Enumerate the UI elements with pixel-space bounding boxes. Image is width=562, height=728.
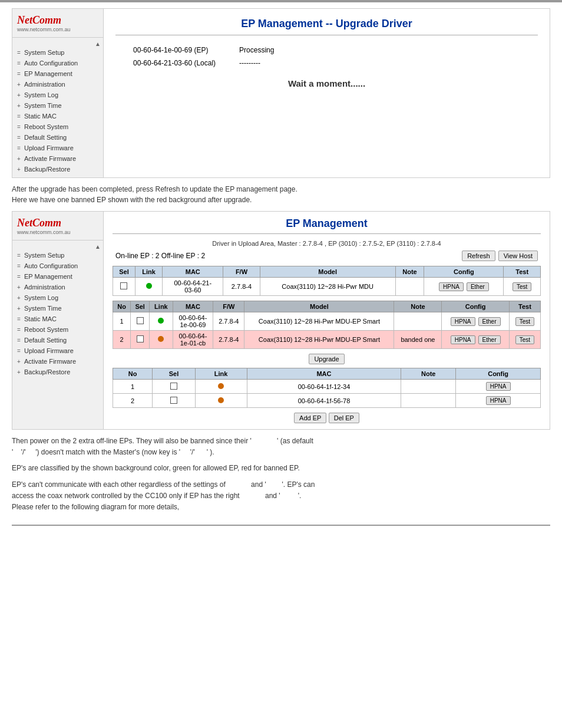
nav-upload-firmware-2[interactable]: = Upload Firmware [12,345,103,356]
th-link: Link [150,301,173,312]
config-cell: HPNA Ether [424,278,504,296]
th-mac: MAC [173,301,213,312]
section1-upgrade-driver: NetComm www.netcomm.com.au ▲ = System Se… [12,8,550,178]
nav-activate-firmware-1[interactable]: + Activate Firmware [12,153,103,164]
hpna-s2[interactable]: HPNA [486,396,511,405]
th-test: Test [509,301,540,312]
online-ep-table: Sel Link MAC F/W Model Note Config Test [113,266,541,296]
add-ep-button[interactable]: Add EP [294,413,326,423]
ep-buttons: Refresh View Host [462,251,538,261]
note-cell [395,278,424,296]
config-cell: HPNA [456,380,541,394]
nav-systime-2[interactable]: + System Time [12,303,103,314]
nav-auto-config-1[interactable]: = Auto Configuration [12,58,103,68]
bullet: = [17,348,22,354]
nav-staticmac-2[interactable]: = Static MAC [12,314,103,324]
bullet: = [17,327,22,333]
bullet: + [17,295,22,301]
ether-button-row2[interactable]: Ether [478,335,501,344]
sel-cell [153,380,195,394]
nav-syslog-2[interactable]: + System Log [12,292,103,303]
offline-ep-table-full: No Sel Link MAC F/W Model Note Config Te… [113,301,541,349]
hpna-button-online[interactable]: HPNA [439,282,464,291]
test-button-row1[interactable]: Test [515,317,534,326]
link-indicator-green [146,283,152,289]
checkbox-2[interactable] [137,335,144,342]
nav-default-2[interactable]: = Default Setting [12,335,103,345]
logo-sub-2: www.netcomm.com.au [17,229,98,235]
test-cell: Test [504,278,541,296]
bullet: = [17,274,22,280]
logo-sub-1: www.netcomm.com.au [17,27,98,32]
refresh-button[interactable]: Refresh [462,251,495,261]
test-button-row2[interactable]: Test [515,335,534,344]
test-button-online[interactable]: Test [513,282,531,291]
mac2-label: 00-60-64-21-03-60 (Local) [133,57,216,70]
note-cell [401,394,456,408]
checkbox-s2[interactable] [170,397,177,404]
nav-backup-restore-1[interactable]: + Backup/Restore [12,164,103,174]
nav-reboot-1[interactable]: = Reboot System [12,121,103,132]
nav-ep-mgmt-1[interactable]: = EP Management [12,68,103,79]
nav-ep-mgmt-2[interactable]: = EP Management [12,271,103,282]
fw-cell-1: 2.7.8-4 [213,312,244,331]
view-host-button[interactable]: View Host [498,251,538,261]
th-note: Note [401,368,456,380]
ether-button-row1[interactable]: Ether [478,317,501,326]
ep-online-text: On-line EP : 2 Off-line EP : 2 [115,252,205,260]
nav-syslog-1[interactable]: + System Log [12,90,103,100]
bullet: + [17,305,22,312]
bullet: + [17,369,22,375]
nav-systime-1[interactable]: + System Time [12,100,103,111]
th-sel: Sel [113,266,135,278]
nav-admin-2[interactable]: + Administration [12,282,103,292]
model-cell-2: Coax(3110) 12~28 Hi-Pwr MDU-EP Smart [244,331,394,349]
th-mac: MAC [247,368,401,380]
nav-staticmac-1[interactable]: = Static MAC [12,111,103,121]
bullet: + [17,358,22,365]
th-note: Note [394,301,442,312]
checkbox-1[interactable] [137,317,144,324]
bullet: + [17,166,22,173]
logo-area-2: NetComm www.netcomm.com.au [12,215,103,241]
hpna-s1[interactable]: HPNA [486,382,511,391]
bullet: = [17,134,22,141]
offline-simple-table: No Sel Link MAC Note Config 1 00-60-64-1… [113,368,541,408]
checkbox[interactable] [120,282,127,289]
nav-system-setup-2[interactable]: = System Setup [12,250,103,261]
nav-upload-firmware-1[interactable]: = Upload Firmware [12,143,103,153]
th-link: Link [195,368,247,380]
upgrade-info: 00-60-64-1e-00-69 (EP) 00-60-64-21-03-60… [115,44,538,70]
nav-default-1[interactable]: = Default Setting [12,132,103,143]
page-title-1: EP Management -- Upgrade Driver [115,18,538,35]
bullet: = [17,113,22,120]
nav-system-setup-1[interactable]: = System Setup [12,47,103,58]
ep-online-row: On-line EP : 2 Off-line EP : 2 Refresh V… [113,251,541,261]
th-config: Config [424,266,504,278]
upgrade-button[interactable]: Upgrade [309,354,344,364]
del-ep-button[interactable]: Del EP [329,413,359,423]
fw-cell-2: 2.7.8-4 [213,331,244,349]
config-cell-1: HPNA Ether [442,312,509,331]
th-test: Test [504,266,541,278]
nav-backup-restore-2[interactable]: + Backup/Restore [12,367,103,377]
bullet: + [17,284,22,291]
ether-button-online[interactable]: Ether [467,282,489,291]
th-fw: F/W [213,301,244,312]
nav-activate-firmware-2[interactable]: + Activate Firmware [12,356,103,367]
no-cell-2: 2 [113,331,131,349]
nav-auto-config-2[interactable]: = Auto Configuration [12,261,103,271]
bullet: = [17,252,22,259]
config-cell-2: HPNA Ether [442,331,509,349]
status-label: Processing [239,44,274,57]
hpna-button-row1[interactable]: HPNA [451,317,475,326]
sidebar-1: NetComm www.netcomm.com.au ▲ = System Se… [12,9,104,177]
hpna-button-row2[interactable]: HPNA [451,335,475,344]
sel-cell-1 [131,312,150,331]
bullet: + [17,92,22,98]
logo-text-2: NetComm [17,218,98,228]
nav-admin-1[interactable]: + Administration [12,79,103,90]
bottom-para-2: EP's are classified by the shown backgro… [12,463,550,474]
nav-reboot-2[interactable]: = Reboot System [12,324,103,335]
checkbox-s1[interactable] [170,383,177,390]
